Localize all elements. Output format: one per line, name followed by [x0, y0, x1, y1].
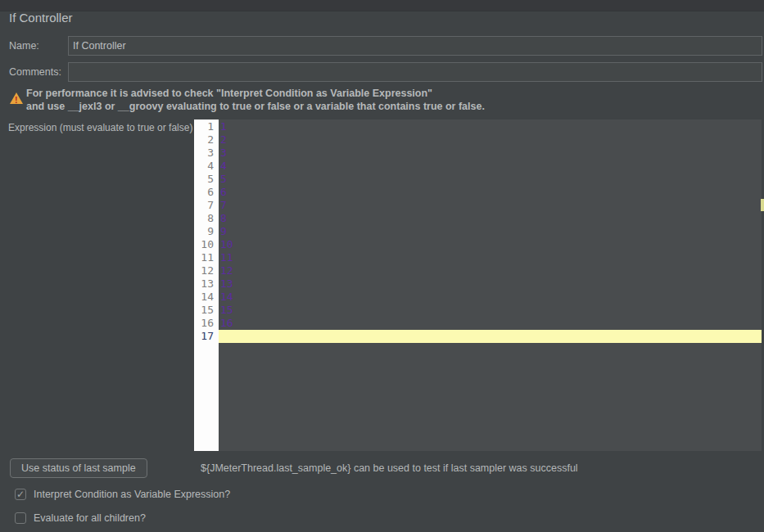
editor-gutter: 1234567891011121314151617 [194, 119, 219, 451]
code-line: 5 [219, 173, 762, 186]
line-number: 3 [194, 147, 219, 160]
line-number: 8 [194, 212, 219, 225]
code-line: 11 [219, 251, 762, 264]
evaluate-all-children-checkbox[interactable] [15, 512, 26, 524]
line-number: 16 [194, 317, 219, 330]
expression-editor[interactable]: 1234567891011121314151617 12345678910111… [194, 119, 762, 451]
warning-text-line1: For performance it is advised to check "… [26, 88, 432, 99]
comments-label: Comments: [9, 66, 61, 78]
name-label: Name: [9, 40, 39, 52]
line-number: 5 [194, 173, 219, 186]
line-number: 6 [194, 186, 219, 199]
line-number: 12 [194, 264, 219, 277]
code-line: 3 [219, 147, 762, 160]
warning-text-line2: and use __jexl3 or __groovy evaluating t… [26, 101, 485, 112]
line-number: 17 [194, 330, 219, 343]
code-line: 15 [219, 304, 762, 317]
evaluate-all-children-row: Evaluate for all children? [15, 512, 146, 524]
line-number: 15 [194, 304, 219, 317]
use-status-of-last-sample-button[interactable]: Use status of last sample [10, 458, 147, 478]
interpret-condition-row: ✓ Interpret Condition as Variable Expres… [15, 489, 230, 500]
line-number: 7 [194, 199, 219, 212]
code-line: 8 [219, 212, 762, 225]
page-title: If Controller [9, 11, 73, 25]
line-number: 9 [194, 225, 219, 238]
line-number: 2 [194, 133, 219, 147]
expression-label: Expression (must evaluate to true or fal… [8, 122, 192, 133]
code-line [219, 330, 762, 343]
comments-input[interactable] [68, 62, 762, 82]
code-line: 1 [219, 120, 762, 133]
error-strip-caret-marker [761, 199, 764, 211]
code-line: 12 [219, 264, 762, 277]
last-sample-helper-text: ${JMeterThread.last_sample_ok} can be us… [201, 462, 578, 474]
line-number: 10 [194, 238, 219, 251]
code-line: 10 [219, 238, 762, 251]
editor-content[interactable]: 12345678910111213141516 [219, 119, 762, 451]
interpret-condition-checkbox[interactable]: ✓ [15, 489, 26, 500]
name-input[interactable] [68, 36, 762, 56]
line-number: 14 [194, 291, 219, 304]
code-line: 9 [219, 225, 762, 238]
code-line: 4 [219, 160, 762, 173]
code-line: 16 [219, 317, 762, 330]
code-line: 13 [219, 277, 762, 291]
warning-exclamation: ! [15, 95, 18, 105]
code-line: 2 [219, 133, 762, 147]
window-top-strip [0, 0, 764, 11]
code-line: 6 [219, 186, 762, 199]
interpret-condition-label: Interpret Condition as Variable Expressi… [34, 489, 230, 500]
line-number: 11 [194, 251, 219, 264]
code-line: 14 [219, 291, 762, 304]
evaluate-all-children-label: Evaluate for all children? [34, 512, 146, 524]
code-line: 7 [219, 199, 762, 212]
line-number: 4 [194, 160, 219, 173]
line-number: 1 [194, 120, 219, 133]
line-number: 13 [194, 277, 219, 291]
